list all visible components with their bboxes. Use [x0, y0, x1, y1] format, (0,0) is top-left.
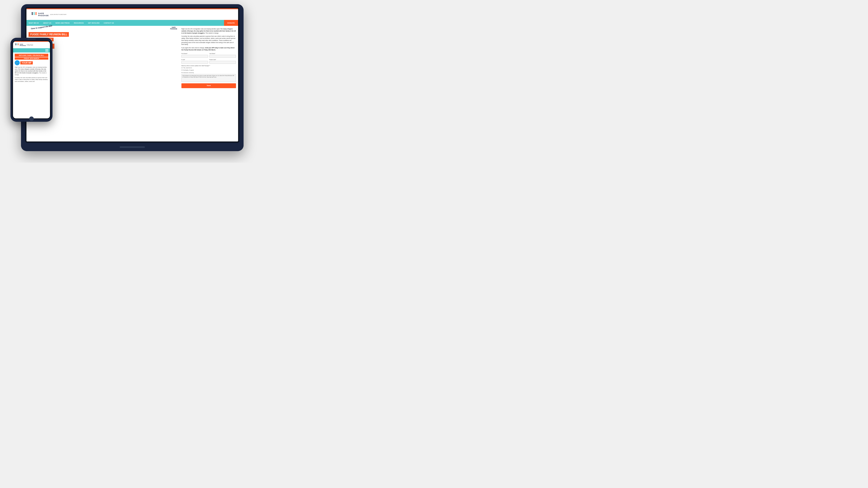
phone-home-button[interactable]: [29, 117, 34, 121]
site-logo-icon: [31, 11, 37, 18]
site-main-content: Time to support the Bill! SAFE PASSAGE F…: [27, 26, 238, 90]
laptop-base: [21, 143, 244, 151]
phone-logo-text: SAFE PASSAGE: [20, 44, 26, 46]
svg-point-10: [18, 43, 19, 44]
body-p1: Right now the UK's immigration rules are…: [181, 28, 236, 34]
radio-yes-label: Yes, count me in.: [183, 67, 192, 69]
nav-what-we-do[interactable]: WHAT WE DO: [27, 20, 41, 26]
svg-point-4: [35, 12, 37, 14]
phone-body-p2: Currently, the rules only allow parents …: [15, 77, 48, 83]
svg-point-6: [15, 43, 16, 44]
logo-text-block: SAFE PASSAGE: [38, 12, 49, 17]
radio-no[interactable]: [181, 69, 183, 71]
phone-logo-passage: PASSAGE: [20, 45, 26, 46]
tweet-button[interactable]: Tweet: [181, 83, 236, 88]
nav-news-press[interactable]: NEWS AND PRESS: [53, 20, 72, 26]
email-input[interactable]: [181, 61, 208, 64]
message-textarea[interactable]: Child refugees are risking their lives t…: [181, 74, 236, 82]
laptop-device: SAFE PASSAGE LEGAL ROUTES TO SANCTUARY W…: [21, 4, 244, 151]
phone-bill-banner: REFUGEE FAMILY REUNION BILL: [15, 54, 48, 57]
safe-passage-logo-small: SAFE PASSAGE: [170, 27, 177, 30]
nav-bar: WHAT WE DO ABOUT US NEWS AND PRESS RESOU…: [27, 20, 238, 26]
svg-point-0: [32, 12, 33, 14]
logo-passage: PASSAGE: [38, 14, 49, 17]
svg-point-2: [34, 12, 35, 14]
first-name-field: First Name*: [181, 53, 208, 58]
phone-content-area: REFUGEE FAMILY REUNION BILL FRIDAY 16TH …: [13, 53, 50, 85]
first-name-label: First Name*: [181, 53, 208, 54]
laptop-bezel: SAFE PASSAGE LEGAL ROUTES TO SANCTUARY W…: [25, 7, 239, 143]
email-form: First Name* Last Name* E-mail*: [181, 53, 236, 88]
phone-your-mp-row: 🐦 YOUR MP: [15, 60, 48, 65]
radio-yes-row[interactable]: Yes, count me in.: [181, 67, 236, 69]
phone-bezel: SAFE PASSAGE LEGAL ROUTESTO SANCTUARY RE…: [12, 40, 51, 119]
phone-logo-area: SAFE PASSAGE LEGAL ROUTESTO SANCTUARY: [13, 42, 50, 48]
phone-mp-label: YOUR MP: [20, 61, 33, 64]
phone-device: SAFE PASSAGE LEGAL ROUTESTO SANCTUARY RE…: [10, 38, 53, 122]
radio-no-label: No thanks, I'm good.: [183, 69, 194, 71]
chars-remaining-label: 90 characters remaining: [181, 72, 236, 73]
logo-safe: SAFE: [38, 12, 49, 14]
radio-no-row[interactable]: No thanks, I'm good.: [181, 69, 236, 71]
logo-subtext: LEGAL ROUTES TO SANCTUARY: [50, 14, 66, 15]
body-p2: Currently, the rules only allow parents …: [181, 35, 236, 45]
last-name-label: Last Name*: [209, 53, 236, 54]
bill-banner-label: FUGEE FAMILY REUNION BILL: [29, 32, 69, 37]
form-name-row: First Name* Last Name*: [181, 53, 236, 58]
phone-body-p1: Right now the UK's immigration rules are…: [15, 66, 48, 76]
laptop-screen: SAFE PASSAGE LEGAL ROUTES TO SANCTUARY W…: [27, 8, 238, 141]
postal-input[interactable]: [209, 61, 236, 64]
phone-twitter-icon: 🐦: [15, 60, 20, 65]
postal-field: Postal Code*: [209, 59, 236, 64]
first-name-input[interactable]: [181, 55, 208, 58]
svg-rect-5: [35, 14, 36, 15]
updates-radio-group: Would you like to receive updates from S…: [181, 65, 236, 71]
svg-rect-9: [17, 44, 18, 45]
phone-logo-subtext: LEGAL ROUTESTO SANCTUARY: [27, 44, 33, 46]
updates-label: Would you like to receive updates from S…: [181, 65, 236, 67]
svg-rect-3: [34, 14, 35, 15]
body-p3: If you agree the rules need to change, e…: [181, 47, 236, 51]
form-contact-row: E-mail* Postal Code*: [181, 59, 236, 64]
last-name-input[interactable]: [209, 55, 236, 58]
svg-point-8: [17, 43, 18, 44]
nav-get-involved[interactable]: GET INVOLVED: [86, 20, 102, 26]
phone-screen: SAFE PASSAGE LEGAL ROUTESTO SANCTUARY RE…: [13, 41, 50, 118]
svg-rect-11: [18, 44, 19, 45]
radio-yes[interactable]: [181, 67, 183, 68]
site-right-panel: Right now the UK's immigration rules are…: [181, 28, 236, 88]
hamburger-menu-icon[interactable]: [45, 49, 48, 52]
phone-logo-icon: [15, 43, 19, 47]
nav-resources[interactable]: RESOURCES: [72, 20, 86, 26]
svg-rect-7: [16, 44, 16, 45]
last-name-field: Last Name*: [209, 53, 236, 58]
nav-donate-button[interactable]: DONATE: [224, 20, 238, 26]
phone-speaker: [27, 39, 36, 39]
svg-rect-1: [32, 14, 33, 15]
nav-contact-us[interactable]: CONTACT US: [102, 20, 116, 26]
email-field: E-mail*: [181, 59, 208, 64]
site-logo-area: SAFE PASSAGE LEGAL ROUTES TO SANCTUARY: [27, 9, 238, 20]
phone-bill-date: FRIDAY 16TH MARCH: [15, 57, 48, 60]
email-label: E-mail*: [181, 59, 208, 60]
postal-label: Postal Code*: [209, 59, 236, 60]
phone-nav-bar: [13, 48, 50, 53]
